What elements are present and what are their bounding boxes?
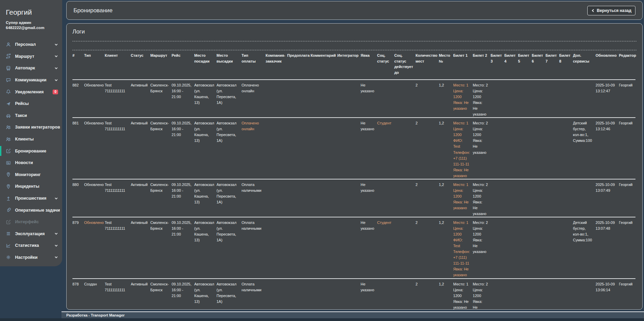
cell-dropoff: Автовокзал (ул. Пересвета, 1А) (217, 179, 242, 217)
cell-editor: Георгий (619, 118, 635, 179)
cell-ticket-4 (504, 179, 518, 217)
cell-ticket-4 (504, 118, 518, 179)
cell-seat-count: 2 (415, 118, 439, 179)
cell-company (265, 80, 287, 118)
cell-trip: 09.10.2025, 16:00 - 21:00 (172, 80, 194, 118)
cell-company (265, 118, 287, 179)
cell-route: Смоленск-Брянск (150, 179, 172, 217)
user-icon (6, 42, 11, 47)
sidebar-item-label: Новости (15, 160, 58, 165)
cell-company (265, 217, 287, 278)
chevron-down-icon (54, 255, 58, 259)
cell-ticket-3 (491, 217, 504, 278)
cell-ticket-1: Место: 1 Цена: 1200 Явка: Не указано (453, 80, 473, 118)
logs-table: #ТипКлиентСтатусМаршрутРейсМесто посадки… (72, 50, 635, 321)
sidebar-item-label: Такси (15, 113, 58, 118)
page-title: Бронирование (73, 7, 113, 14)
cell-payment: Оплата наличными (242, 179, 265, 217)
cell-ticket-1: Место: 1 Цена: 1200 ФИО: Test Телефон: +… (453, 217, 473, 278)
cell-seat-count: 2 (415, 217, 439, 278)
sidebar-item-notifications[interactable]: Уведомления0 (0, 86, 62, 98)
sidebar-item-integrator-requests[interactable]: Заявки интеграторов (0, 121, 62, 133)
cell-integrator (337, 179, 360, 217)
column-header-attendance: Явка (360, 50, 377, 80)
cell-soc-valid-until (394, 118, 415, 179)
route-icon (6, 54, 11, 59)
sidebar-item-trips[interactable]: Рейсы (0, 98, 62, 110)
sidebar-item-settings[interactable]: Настройки (0, 252, 62, 264)
sidebar-item-taxi[interactable]: Такси (0, 110, 62, 122)
back-button-label: Вернуться назад (597, 8, 631, 13)
column-header-ticket-3: Билет 3 (491, 50, 504, 80)
cell-ticket-2: Место: 2 Цена: 1200 Явка: Не указано (473, 118, 491, 179)
column-header-editor: Редактор (619, 50, 635, 80)
sidebar-item-fleet[interactable]: Автопарк (0, 62, 62, 74)
sidebar-item-route[interactable]: Маршрут (0, 51, 62, 63)
chevron-down-icon (54, 244, 58, 248)
sidebar-item-label: Бронирование (15, 149, 58, 153)
cell-ticket-7 (546, 118, 559, 179)
cell-ticket-5 (518, 118, 532, 179)
sidebar-item-personal[interactable]: Персонал (0, 39, 62, 51)
cell-ticket-3 (491, 118, 504, 179)
sidebar-item-booking[interactable]: Бронирование (0, 145, 62, 157)
cell-dropoff: Автовокзал (ул. Пересвета, 1А) (217, 118, 242, 179)
cell-pickup: Автовокзал (ул. Кашена, 13) (194, 217, 216, 278)
sidebar-item-news[interactable]: Новости (0, 157, 62, 169)
cell-status: Активный (131, 118, 150, 179)
chat-icon (6, 78, 11, 83)
cell-soc-valid-until (394, 80, 415, 118)
sidebar-item-label: Статистика (15, 243, 54, 248)
cell-trip: 09.10.2025, 16:00 - 21:00 (172, 118, 194, 179)
cell-integrator (337, 217, 360, 278)
user-email: 6482222@gmail.com (0, 25, 62, 30)
cell-trip: 09.10.2025, 16:00 - 21:00 (172, 217, 194, 278)
cell-soc-status: Студент (377, 217, 394, 278)
sidebar-item-label: Эксплуатация (15, 231, 54, 236)
sidebar-item-interface[interactable]: Интерфейс (0, 216, 62, 228)
cell-route: Смоленск-Брянск (150, 118, 172, 179)
bell-icon (6, 89, 11, 94)
sidebar-item-monitoring[interactable]: Мониторинг (0, 169, 62, 181)
cell-integrator (337, 118, 360, 179)
logs-title: Логи (72, 28, 636, 35)
sidebar-item-clients[interactable]: Клиенты (0, 133, 62, 145)
cell-services (573, 179, 595, 217)
sidebar-item-incidents[interactable]: Инциденты (0, 180, 62, 192)
column-header-ticket-1: Билет 1 (453, 50, 473, 80)
edit-icon (6, 148, 11, 153)
sidebar-item-label: Клиенты (15, 137, 58, 142)
cell-ticket-6 (532, 118, 546, 179)
cell-ticket-6 (532, 80, 546, 118)
gear-icon (6, 255, 11, 260)
sidebar-item-statistics[interactable]: Статистика (0, 240, 62, 252)
sidebar-item-accidents[interactable]: Происшествия (0, 192, 62, 204)
sidebar-item-operational-tasks[interactable]: Оперативные задачи (0, 204, 62, 216)
cell-ticket-6 (532, 179, 546, 217)
cell-prepayment (287, 179, 311, 217)
column-header-soc-valid-until: Соц. статус действует до (394, 50, 415, 80)
column-header-ticket-7: Билет 7 (546, 50, 559, 80)
cell-soc-status (377, 179, 394, 217)
arrow-up-icon (6, 196, 11, 201)
bus-icon (6, 66, 11, 71)
table-row: 880ОбновленоTest 71111111111АктивныйСмол… (72, 179, 635, 217)
cell-payment: Оплачено онлайн (242, 80, 265, 118)
cell-seat-no: 1,2 (439, 217, 453, 278)
sidebar-item-label: Коммуникации (15, 78, 54, 82)
column-header-seat-count: Количество мест (415, 50, 439, 80)
cell-comment (311, 80, 337, 118)
cell-soc-valid-until (394, 217, 415, 278)
user-role: Супер админ (0, 16, 62, 25)
cell-editor: Георгий (619, 179, 635, 217)
sidebar-item-communications[interactable]: Коммуникации (0, 74, 62, 86)
sidebar-item-operation[interactable]: Эксплуатация (0, 228, 62, 240)
sidebar: Георгий Супер админ 6482222@gmail.com Пе… (0, 0, 62, 266)
back-button[interactable]: Вернуться назад (587, 6, 635, 15)
bars-icon (6, 231, 11, 236)
column-header-ticket-4: Билет 4 (504, 50, 518, 80)
sidebar-item-label: Автопарк (15, 66, 54, 70)
cell-status: Активный (131, 179, 150, 217)
chevron-down-icon (54, 232, 58, 236)
sidebar-item-label: Настройки (15, 255, 54, 260)
